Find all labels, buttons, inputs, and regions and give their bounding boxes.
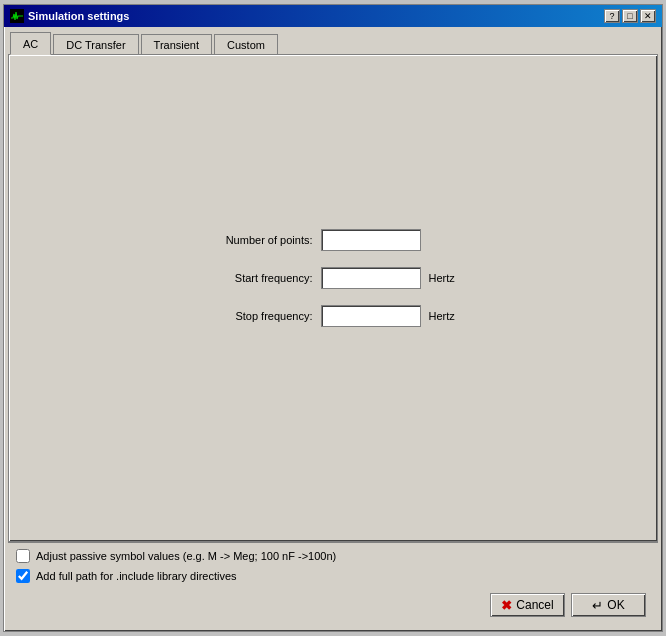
tab-dc-transfer[interactable]: DC Transfer <box>53 34 138 55</box>
stop-freq-input[interactable] <box>321 305 421 327</box>
app-icon <box>10 9 24 23</box>
form-section: Number of points: Start frequency: Hertz… <box>203 229 464 327</box>
ok-button[interactable]: ↵ OK <box>571 593 646 617</box>
ok-label: OK <box>607 598 624 612</box>
cancel-icon: ✖ <box>501 598 512 613</box>
window-content: AC DC Transfer Transient Custom Number o… <box>4 27 662 631</box>
button-row: ✖ Cancel ↵ OK <box>16 589 650 621</box>
tab-transient[interactable]: Transient <box>141 34 212 55</box>
stop-freq-label: Stop frequency: <box>203 310 313 322</box>
form-row-num-points: Number of points: <box>203 229 464 251</box>
adjust-passive-label: Adjust passive symbol values (e.g. M -> … <box>36 550 336 562</box>
checkbox-row-adjust-passive: Adjust passive symbol values (e.g. M -> … <box>16 549 650 563</box>
title-bar-controls: ? □ ✕ <box>604 9 656 23</box>
tab-custom[interactable]: Custom <box>214 34 278 55</box>
tab-bar: AC DC Transfer Transient Custom <box>8 31 658 54</box>
help-button[interactable]: ? <box>604 9 620 23</box>
checkbox-row-add-full-path: Add full path for .include library direc… <box>16 569 650 583</box>
num-points-input[interactable] <box>321 229 421 251</box>
bottom-section: Adjust passive symbol values (e.g. M -> … <box>8 542 658 627</box>
start-freq-unit: Hertz <box>429 272 464 284</box>
add-full-path-label: Add full path for .include library direc… <box>36 570 237 582</box>
title-bar: Simulation settings ? □ ✕ <box>4 5 662 27</box>
close-button[interactable]: ✕ <box>640 9 656 23</box>
ok-icon: ↵ <box>592 598 603 613</box>
start-freq-input[interactable] <box>321 267 421 289</box>
adjust-passive-checkbox[interactable] <box>16 549 30 563</box>
start-freq-label: Start frequency: <box>203 272 313 284</box>
title-text: Simulation settings <box>28 10 129 22</box>
tab-ac[interactable]: AC <box>10 32 51 55</box>
tab-content-area: Number of points: Start frequency: Hertz… <box>8 54 658 542</box>
form-row-stop-freq: Stop frequency: Hertz <box>203 305 464 327</box>
cancel-button[interactable]: ✖ Cancel <box>490 593 565 617</box>
cancel-label: Cancel <box>516 598 553 612</box>
maximize-button[interactable]: □ <box>622 9 638 23</box>
simulation-settings-window: Simulation settings ? □ ✕ AC DC Transfer… <box>3 4 663 632</box>
form-row-start-freq: Start frequency: Hertz <box>203 267 464 289</box>
add-full-path-checkbox[interactable] <box>16 569 30 583</box>
num-points-label: Number of points: <box>203 234 313 246</box>
title-bar-left: Simulation settings <box>10 9 129 23</box>
stop-freq-unit: Hertz <box>429 310 464 322</box>
